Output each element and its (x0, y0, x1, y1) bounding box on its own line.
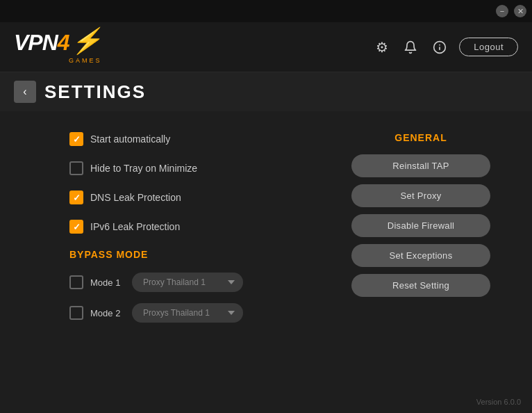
back-button[interactable]: ‹ (14, 81, 36, 103)
logo-lightning: ⚡ (71, 26, 102, 56)
reset-setting-button[interactable]: Reset Setting (351, 274, 490, 297)
info-icon-button[interactable] (430, 38, 449, 57)
mode-2-label: Mode 2 (90, 308, 125, 318)
checkbox-hide-tray[interactable] (69, 161, 83, 175)
bypass-section: BYPASS MODE Mode 1 Proxy Thailand 1 Mode… (69, 249, 296, 323)
logo-games-label: GAMES (69, 57, 102, 64)
hide-tray-label: Hide to Tray on Minimize (90, 163, 197, 174)
start-auto-label: Start automatically (90, 133, 170, 145)
mode-1-row: Mode 1 Proxy Thailand 1 (69, 273, 296, 292)
checkbox-row-dns-leak: ✓ DNS Leak Protection (69, 191, 296, 204)
settings-icon-button[interactable]: ⚙ (373, 36, 391, 58)
page-title: SETTINGS (44, 81, 146, 103)
bell-icon-button[interactable] (401, 38, 420, 57)
checkbox-mode-2[interactable] (69, 306, 83, 320)
logout-button[interactable]: Logout (459, 38, 518, 56)
footer-version: Version 6.0.0 (476, 398, 521, 406)
disable-firewall-button[interactable]: Disable Firewall (351, 214, 490, 237)
general-title: GENERAL (351, 132, 490, 143)
mode-1-dropdown[interactable]: Proxy Thailand 1 (132, 273, 243, 292)
bypass-title: BYPASS MODE (69, 249, 296, 260)
set-exceptions-button[interactable]: Set Exceptions (351, 244, 490, 267)
checkbox-row-start-auto: ✓ Start automatically (69, 132, 296, 146)
checkbox-ipv6-leak[interactable]: ✓ (69, 220, 83, 234)
header: VPN4 ⚡ GAMES ⚙ Logout (0, 22, 532, 72)
mode-2-dropdown[interactable]: Proxys Thailand 1 (132, 303, 243, 323)
main-content: ✓ Start automatically Hide to Tray on Mi… (0, 111, 532, 348)
logo-text: VPN4 (14, 30, 69, 56)
close-button[interactable]: ✕ (514, 5, 526, 17)
set-proxy-button[interactable]: Set Proxy (351, 184, 490, 207)
checkbox-mode-1[interactable] (69, 275, 83, 289)
left-column: ✓ Start automatically Hide to Tray on Mi… (69, 132, 296, 334)
dns-leak-label: DNS Leak Protection (90, 192, 181, 203)
right-column: GENERAL Reinstall TAP Set Proxy Disable … (351, 132, 490, 334)
checkbox-row-ipv6-leak: ✓ IPv6 Leak Protection (69, 220, 296, 234)
logo: VPN4 ⚡ GAMES (14, 26, 102, 68)
title-bar: − ✕ (0, 0, 532, 22)
page-title-bar: ‹ SETTINGS (0, 72, 532, 111)
minimize-button[interactable]: − (496, 5, 508, 17)
reinstall-tap-button[interactable]: Reinstall TAP (351, 154, 490, 177)
mode-1-label: Mode 1 (90, 277, 125, 288)
ipv6-leak-label: IPv6 Leak Protection (90, 221, 180, 232)
checkbox-row-hide-tray: Hide to Tray on Minimize (69, 161, 296, 175)
checkbox-start-auto[interactable]: ✓ (69, 132, 83, 146)
header-icons: ⚙ Logout (373, 36, 518, 58)
checkbox-dns-leak[interactable]: ✓ (69, 191, 83, 204)
mode-2-row: Mode 2 Proxys Thailand 1 (69, 303, 296, 323)
